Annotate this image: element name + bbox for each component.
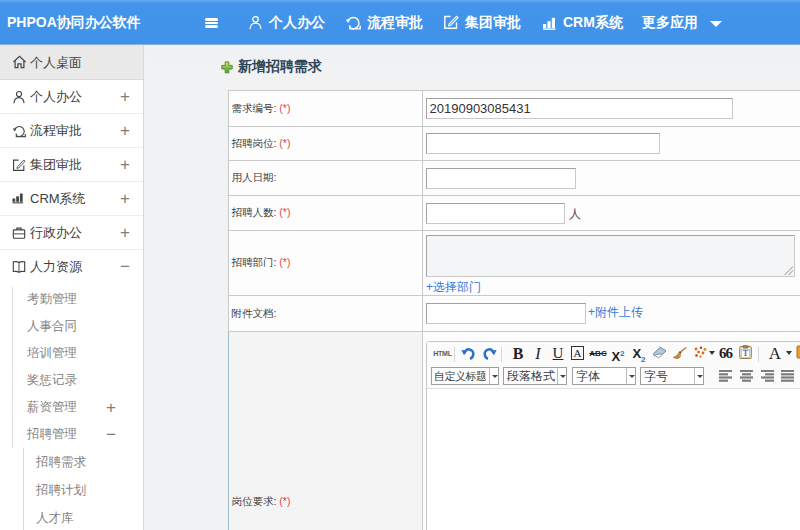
svg-text:T: T [743, 349, 749, 358]
